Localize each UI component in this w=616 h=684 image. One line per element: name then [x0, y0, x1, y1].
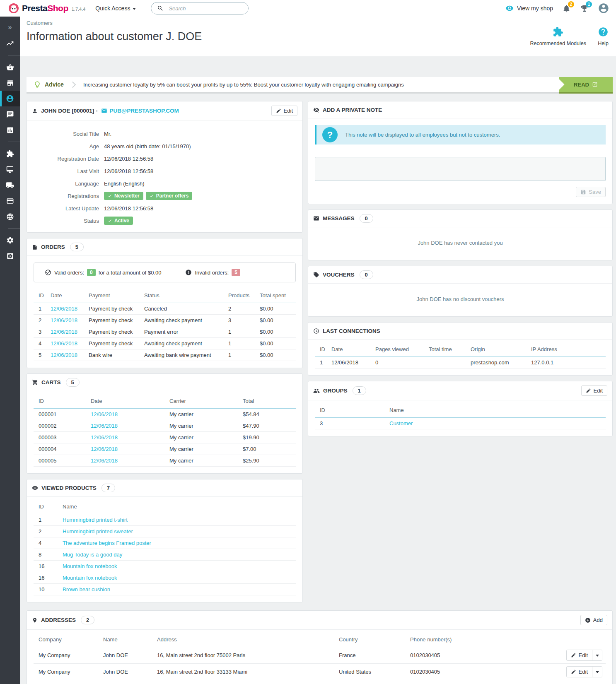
- table-link[interactable]: 12/06/2018: [91, 446, 118, 452]
- question-circle-icon: ?: [322, 127, 338, 142]
- sidebar-item-orders[interactable]: [0, 59, 20, 75]
- view-my-shop-link[interactable]: View my shop: [505, 4, 553, 12]
- table-cell: $7.00: [243, 443, 296, 455]
- eye-slash-icon: [313, 107, 319, 113]
- tag-icon: [313, 272, 319, 278]
- group-link[interactable]: Customer: [389, 420, 413, 426]
- customer-name: JOHN DOE [000001] -: [41, 108, 98, 114]
- column-header: Total spent: [260, 289, 296, 303]
- orders-table: ID Date Payment Status Products Total sp…: [34, 289, 296, 361]
- table-link[interactable]: 12/06/2018: [91, 458, 118, 464]
- groups-count-pill: 1: [353, 386, 366, 395]
- table-header-row: ID Name: [34, 500, 296, 514]
- last-connections-title: LAST CONNECTIONS: [323, 328, 380, 334]
- table-cell: Mug Today is a good day: [63, 549, 296, 561]
- column-header: Products: [228, 289, 260, 303]
- address-edit-button[interactable]: Edit: [567, 650, 592, 660]
- table-cell: Edit: [510, 647, 606, 664]
- table-row: 00000412/06/2018My carrier$7.00: [34, 443, 296, 455]
- customer-email-link[interactable]: PUB@PRESTASHOP.COM: [110, 108, 179, 114]
- address-edit-dropdown-toggle[interactable]: [592, 650, 602, 660]
- gear-icon: [6, 236, 14, 244]
- column-header: ID: [34, 500, 63, 514]
- private-note-save-button[interactable]: Save: [576, 187, 606, 197]
- messages-title: MESSAGES: [323, 215, 355, 222]
- address-edit-split-button: Edit: [566, 650, 602, 661]
- status-badge: Active: [104, 217, 133, 225]
- column-header: Pages viewed: [375, 343, 429, 357]
- table-cell: 000001: [34, 409, 91, 420]
- table-cell: Awaiting check payment: [144, 338, 228, 349]
- prestashop-logo[interactable]: PrestaShop: [8, 3, 68, 14]
- recommended-modules-button[interactable]: Recommended Modules: [530, 26, 587, 46]
- table-link[interactable]: 12/06/2018: [51, 352, 77, 358]
- table-link[interactable]: Mug Today is a good day: [63, 552, 122, 558]
- quick-access-menu[interactable]: Quick Access: [95, 5, 136, 12]
- private-note-textarea[interactable]: [315, 157, 606, 181]
- sidebar-item-catalog[interactable]: [0, 75, 20, 91]
- table-link[interactable]: Mountain fox notebook: [63, 575, 117, 581]
- notifications-count-badge: 2: [568, 1, 574, 7]
- table-link[interactable]: 12/06/2018: [51, 306, 77, 312]
- table-cell: $0.00: [260, 303, 296, 315]
- sidebar-item-shipping[interactable]: [0, 177, 20, 193]
- table-cell: Canceled: [144, 303, 228, 315]
- sidebar-expand-button[interactable]: »: [0, 19, 20, 36]
- table-link[interactable]: 12/06/2018: [91, 411, 118, 417]
- table-header-row: ID Date Payment Status Products Total sp…: [34, 289, 296, 303]
- customer-edit-button[interactable]: Edit: [271, 106, 297, 116]
- sidebar-item-customers[interactable]: [0, 91, 20, 106]
- table-link[interactable]: 12/06/2018: [91, 423, 118, 429]
- carts-count-pill: 5: [66, 378, 80, 387]
- notifications-bell[interactable]: 2: [562, 4, 571, 13]
- shopping-basket-icon: [6, 63, 14, 71]
- help-button[interactable]: Help: [598, 26, 609, 46]
- pencil-icon: [571, 669, 576, 674]
- search-input[interactable]: [168, 5, 242, 12]
- sidebar-item-shop-parameters[interactable]: [0, 232, 20, 248]
- envelope-icon: [313, 215, 319, 222]
- advice-label: Advice: [45, 81, 64, 88]
- table-link[interactable]: 12/06/2018: [51, 329, 77, 335]
- orders-title: ORDERS: [41, 244, 65, 250]
- announcements-button[interactable]: 1: [580, 4, 589, 13]
- sidebar-item-modules[interactable]: [0, 146, 20, 161]
- address-edit-dropdown-toggle[interactable]: [592, 667, 602, 677]
- sidebar-item-dashboard[interactable]: [0, 36, 20, 51]
- groups-edit-button[interactable]: Edit: [581, 385, 607, 396]
- address-add-button[interactable]: Add: [580, 615, 607, 625]
- caret-down-icon: [596, 655, 599, 657]
- table-link[interactable]: 12/06/2018: [51, 340, 77, 347]
- table-link[interactable]: Mountain fox notebook: [63, 563, 117, 569]
- table-link[interactable]: Hummingbird printed sweater: [63, 528, 133, 535]
- table-cell: 5: [34, 349, 51, 361]
- table-cell: Payment by check: [89, 338, 144, 349]
- table-link[interactable]: 12/06/2018: [91, 434, 118, 441]
- column-header: Phone number(s): [410, 633, 510, 647]
- table-cell: 000003: [34, 432, 91, 443]
- sidebar-item-advanced-parameters[interactable]: [0, 248, 20, 264]
- table-link[interactable]: Brown bear cushion: [63, 586, 110, 592]
- account-avatar[interactable]: [598, 2, 609, 14]
- table-row: 16Mountain fox notebook: [34, 561, 296, 572]
- breadcrumb[interactable]: Customers: [27, 20, 53, 26]
- advice-bar: Advice Increasing customer loyalty by 5%…: [27, 77, 613, 94]
- table-cell: My carrier: [169, 443, 243, 455]
- search-box[interactable]: [151, 2, 249, 14]
- address-edit-button[interactable]: Edit: [567, 667, 592, 677]
- sidebar-item-payment[interactable]: [0, 193, 20, 209]
- check-circle-icon: [45, 269, 51, 276]
- addresses-panel: ADDRESSES 2 Add Company Name Address C: [27, 610, 613, 684]
- sidebar-item-international[interactable]: [0, 209, 20, 224]
- sidebar-item-stats[interactable]: [0, 122, 20, 138]
- table-link[interactable]: Hummingbird printed t-shirt: [63, 517, 128, 523]
- table-row: 412/06/2018Payment by checkAwaiting chec…: [34, 338, 296, 349]
- file-icon: [32, 244, 38, 250]
- table-link[interactable]: The adventure begins Framed poster: [63, 540, 151, 546]
- table-row: 312/06/2018Payment by checkPayment error…: [34, 326, 296, 338]
- advice-read-button[interactable]: READ: [559, 77, 613, 94]
- sidebar-item-design[interactable]: [0, 161, 20, 177]
- right-column: ADD A PRIVATE NOTE ? This note will be d…: [308, 101, 613, 442]
- sidebar-item-customer-service[interactable]: [0, 106, 20, 122]
- table-link[interactable]: 12/06/2018: [51, 317, 77, 323]
